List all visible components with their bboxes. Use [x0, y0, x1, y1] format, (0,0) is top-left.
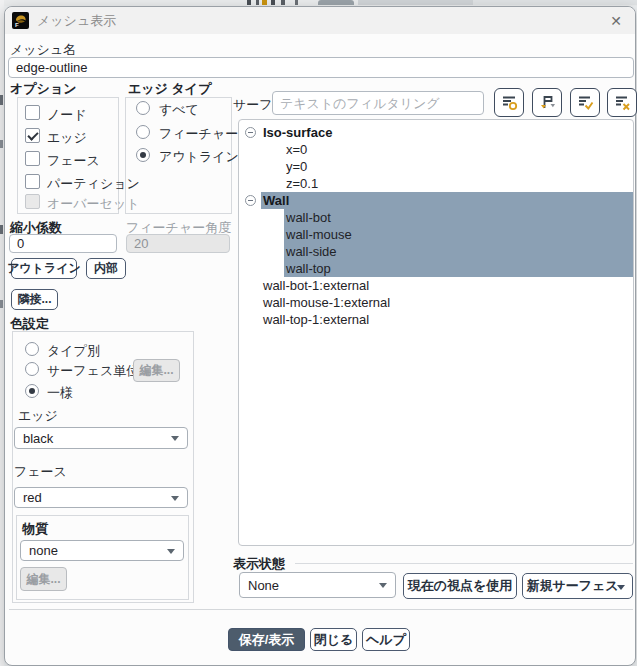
outline-button[interactable]: アウトライン: [11, 258, 77, 279]
radio-color-uniform[interactable]: [25, 384, 39, 398]
use-current-view-button[interactable]: 現在の視点を使用: [403, 573, 517, 599]
tree-item-wall-bot-1-external[interactable]: wall-bot-1:external: [239, 277, 633, 294]
checkbox-overset: [25, 194, 40, 209]
edge-color-label: エッジ: [18, 407, 58, 425]
tree-item-wall-mouse[interactable]: wall-mouse: [239, 226, 633, 243]
chevron-down-icon: [167, 549, 175, 554]
radio-outline-edges[interactable]: [136, 148, 150, 162]
feature-angle-input: [126, 234, 230, 253]
display-state-label: 表示状態: [233, 555, 285, 573]
surface-filter-input[interactable]: [272, 91, 484, 115]
radio-color-by-surface[interactable]: [25, 362, 39, 376]
tree-item-y0[interactable]: y=0: [239, 158, 633, 175]
material-edit-button: 編集...: [20, 567, 67, 591]
interior-button[interactable]: 内部: [86, 258, 126, 279]
radio-color-by-type[interactable]: [25, 342, 39, 356]
close-button[interactable]: 閉じる: [310, 628, 357, 651]
save-display-button[interactable]: 保存/表示: [228, 628, 305, 651]
radio-all-edges-label: すべて: [159, 101, 199, 119]
checkbox-faces-label: フェース: [47, 152, 100, 170]
tree-group-wall[interactable]: Wall: [239, 192, 633, 209]
checkbox-partitions[interactable]: [25, 174, 40, 189]
tree-item-wall-top[interactable]: wall-top: [239, 260, 633, 277]
display-state-rule: [295, 563, 633, 564]
edge-color-dropdown[interactable]: black: [14, 427, 188, 449]
tree-item-wall-top-1-external[interactable]: wall-top-1:external: [239, 311, 633, 328]
face-color-label: フェース: [14, 463, 67, 481]
tree-item-wall-mouse-1-external[interactable]: wall-mouse-1:external: [239, 294, 633, 311]
titlebar[interactable]: F メッシュ表示 ✕: [5, 7, 635, 34]
deselect-all-icon[interactable]: [607, 88, 637, 117]
collapse-icon[interactable]: [245, 195, 256, 206]
fluent-app-icon: F: [12, 12, 29, 29]
tree-item-z01[interactable]: z=0.1: [239, 175, 633, 192]
display-state-dropdown[interactable]: None: [239, 572, 396, 598]
mesh-name-input[interactable]: [8, 57, 634, 78]
tree-item-wall-bot[interactable]: wall-bot: [239, 209, 633, 226]
checkbox-edges[interactable]: [25, 128, 40, 143]
surface-tree-list[interactable]: Iso-surface x=0 y=0 z=0.1 Wall wall-bot …: [238, 119, 634, 546]
chevron-down-icon: [379, 583, 387, 588]
coloring-edit-button: 編集...: [133, 359, 180, 382]
collapse-icon[interactable]: [245, 127, 256, 138]
shrink-factor-input[interactable]: [9, 234, 117, 253]
select-all-icon[interactable]: [570, 88, 600, 117]
material-dropdown[interactable]: none: [20, 540, 184, 561]
radio-all-edges[interactable]: [136, 101, 150, 115]
material-label: 物質: [22, 520, 48, 538]
footer-separator: [9, 609, 633, 610]
radio-feature-edges[interactable]: [136, 125, 150, 139]
checkbox-faces[interactable]: [25, 151, 40, 166]
close-icon[interactable]: ✕: [605, 10, 627, 32]
options-group-label: オプション: [10, 80, 77, 98]
radio-color-by-type-label: タイプ別: [47, 342, 100, 360]
radio-feature-edges-label: フィーチャー: [159, 125, 238, 143]
checkbox-nodes-label: ノード: [47, 106, 87, 124]
help-button[interactable]: ヘルプ: [362, 628, 410, 651]
mesh-display-dialog: F メッシュ表示 ✕ メッシュ名 オプション ノード エッジ フェース パーティ…: [4, 6, 636, 666]
tree-item-x0[interactable]: x=0: [239, 141, 633, 158]
checkbox-nodes[interactable]: [25, 105, 40, 120]
radio-color-by-surface-label: サーフェス単位: [47, 362, 139, 380]
radio-color-uniform-label: 一様: [47, 384, 73, 402]
svg-text:F: F: [15, 22, 19, 28]
face-color-dropdown[interactable]: red: [14, 487, 188, 508]
dialog-title: メッシュ表示: [37, 7, 116, 34]
chevron-down-icon: [617, 585, 625, 590]
tree-group-iso-surface[interactable]: Iso-surface: [239, 124, 633, 141]
filter-match-icon[interactable]: [494, 88, 524, 117]
edge-type-group-label: エッジ タイプ: [128, 80, 211, 98]
radio-outline-edges-label: アウトライン: [159, 148, 239, 166]
chevron-down-icon: [171, 496, 179, 501]
adjacency-button[interactable]: 隣接...: [11, 289, 58, 310]
new-surface-button[interactable]: 新規サーフェス: [522, 573, 633, 599]
sort-order-icon[interactable]: [532, 88, 562, 117]
tree-item-wall-side[interactable]: wall-side: [239, 243, 633, 260]
chevron-down-icon: [171, 436, 179, 441]
checkbox-edges-label: エッジ: [47, 129, 87, 147]
